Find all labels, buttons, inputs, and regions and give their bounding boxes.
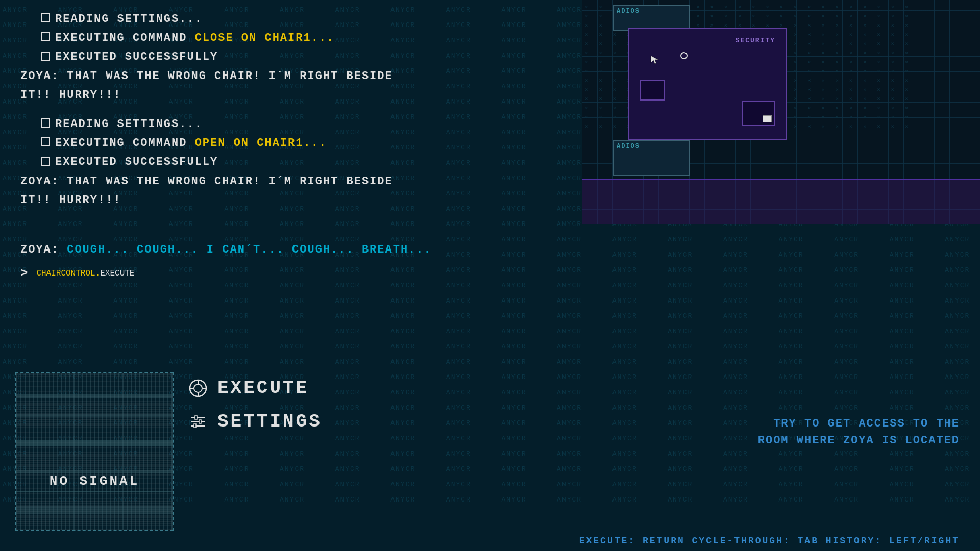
map-inner-room2 [742, 101, 775, 126]
svg-rect-11 [194, 424, 196, 428]
map-terminal [763, 115, 772, 122]
log-text-2b: ON CHAIR1... [234, 32, 335, 44]
log-line-10: IT!! HURRY!!! [20, 191, 561, 209]
log-text-6: READING SETTINGS... [55, 118, 203, 131]
bottom-bar: EXECUTE: RETURN CYCLE-THROUGH: TAB HISTO… [0, 536, 980, 546]
hint-line2: ROOM WHERE ZOYA IS LOCATED [758, 432, 960, 449]
map-hallway [582, 179, 980, 224]
execute-icon [189, 379, 207, 397]
log-cmd-close: CLOSE [195, 32, 234, 44]
log-text-7a: EXECUTING COMMAND [55, 137, 195, 149]
execute-menu-item[interactable]: EXECUTE [189, 378, 322, 398]
log-text-7b: ON CHAIR1... [226, 137, 327, 149]
execute-menu-label: EXECUTE [217, 378, 309, 398]
log-text-8: EXECUTED SUCCESSFULLY [55, 156, 218, 168]
log-cmd-open: OPEN [195, 137, 226, 149]
map-room-security: SECURITY [628, 28, 787, 140]
settings-icon [189, 413, 207, 431]
hint-line1: TRY TO GET ACCESS TO THE [758, 415, 960, 432]
glitch-bar-5 [16, 491, 173, 492]
no-signal-text: NO SIGNAL [16, 473, 173, 489]
log-text-4: ZOYA: THAT WAS THE WRONG CHAIR! I´M RIGH… [20, 70, 393, 83]
log-text-3: EXECUTED SUCCESSFULLY [55, 51, 218, 63]
command-prompt: > [20, 266, 29, 280]
command-input-line[interactable]: > CHAIRCONTROL.EXECUTE [20, 266, 561, 280]
bottom-bar-text: EXECUTE: RETURN CYCLE-THROUGH: TAB HISTO… [579, 536, 960, 546]
log-cough-line: ZOYA: COUGH... COUGH... I CAN´T... COUGH… [20, 241, 561, 259]
map-container: × × × × × × × × × × × × × × × × × × × × … [582, 0, 980, 224]
log-text-1: READING SETTINGS... [55, 13, 203, 26]
log-line-7: EXECUTING COMMAND OPEN ON CHAIR1... [20, 134, 561, 152]
right-panel: × × × × × × × × × × × × × × × × × × × × … [582, 0, 980, 224]
log-line-2: EXECUTING COMMAND CLOSE ON CHAIR1... [20, 29, 561, 47]
glitch-bar-2 [16, 414, 173, 417]
map-room-adios1: ADIOS [613, 5, 690, 31]
svg-rect-9 [195, 416, 197, 419]
command-text-white: EXECUTE [100, 269, 134, 278]
glitch-bar-1 [16, 394, 173, 398]
log-line-6: READING SETTINGS... [20, 115, 561, 133]
log-line-5: IT!! HURRY!!! [20, 86, 561, 104]
map-player-dot [680, 52, 688, 59]
svg-marker-12 [651, 56, 658, 64]
log-line-8: EXECUTED SUCCESSFULLY [20, 153, 561, 171]
glitch-bar-3 [16, 440, 173, 446]
command-text-yellow: CHAIRCONTROL. [36, 269, 100, 278]
map-room-adios2: ADIOS [613, 140, 690, 176]
log-text-5: IT!! HURRY!!! [20, 89, 121, 102]
checkbox-icon-2 [41, 32, 50, 41]
map-room-adios1-label: ADIOS [614, 6, 643, 16]
no-signal-box: NO SIGNAL [15, 372, 174, 531]
hint-text: TRY TO GET ACCESS TO THE ROOM WHERE ZOYA… [758, 415, 960, 449]
checkbox-icon-6 [41, 118, 50, 128]
checkbox-icon-3 [41, 52, 50, 61]
map-security-label: SECURITY [736, 37, 775, 44]
log-line-3: EXECUTED SUCCESSFULLY [20, 48, 561, 66]
settings-menu-item[interactable]: SETTINGS [189, 411, 322, 432]
settings-menu-label: SETTINGS [217, 411, 322, 432]
log-text-2a: EXECUTING COMMAND [55, 32, 195, 44]
checkbox-icon-7 [41, 137, 50, 146]
svg-rect-8 [191, 425, 205, 427]
bottom-section: NO SIGNAL EXECUTE [0, 372, 582, 551]
svg-point-1 [194, 384, 202, 392]
map-cursor [650, 55, 660, 67]
log-line-9: ZOYA: THAT WAS THE WRONG CHAIR! I´M RIGH… [20, 172, 561, 190]
map-inner-room1 [640, 80, 665, 101]
log-cough-prefix: ZOYA: [20, 243, 67, 256]
checkbox-icon-1 [41, 13, 50, 22]
log-line-1: READING SETTINGS... [20, 10, 561, 28]
svg-rect-6 [191, 417, 205, 418]
glitch-bar-6 [16, 506, 173, 514]
svg-rect-7 [191, 421, 205, 422]
log-line-4: ZOYA: THAT WAS THE WRONG CHAIR! I´M RIGH… [20, 67, 561, 85]
svg-rect-10 [199, 420, 201, 423]
no-signal-display: NO SIGNAL [16, 373, 173, 530]
menu-section: EXECUTE SETTINGS [189, 378, 322, 445]
log-text-9: ZOYA: THAT WAS THE WRONG CHAIR! I´M RIGH… [20, 175, 393, 188]
log-text-10: IT!! HURRY!!! [20, 194, 121, 207]
log-cough-text: COUGH... COUGH... I CAN´T... COUGH... BR… [67, 243, 432, 256]
checkbox-icon-8 [41, 157, 50, 166]
map-room-adios2-label: ADIOS [614, 141, 643, 152]
